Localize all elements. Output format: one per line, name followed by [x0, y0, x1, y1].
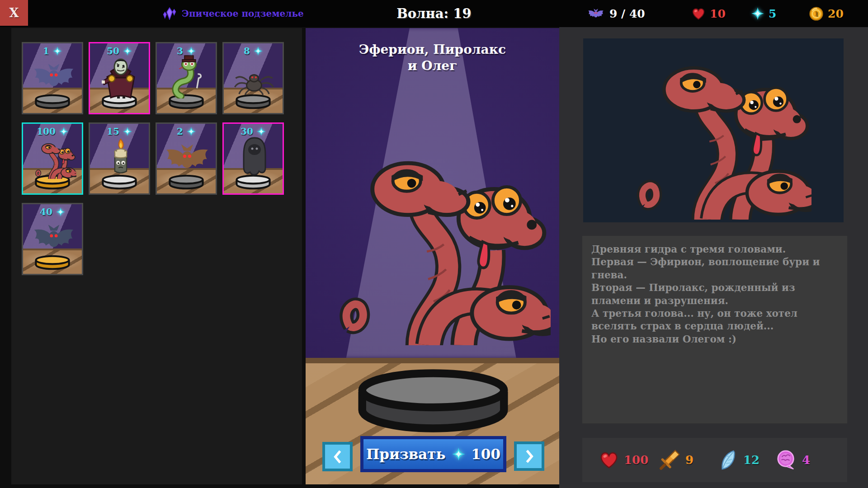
dungeon-name: Эпическое подземелье — [182, 8, 304, 19]
speed-value: 12 — [743, 453, 760, 467]
ghost-icon — [238, 136, 271, 178]
essence-sparkle-icon — [452, 447, 465, 461]
dark-bat-icon — [29, 222, 78, 252]
candle-icon — [108, 136, 133, 179]
sparkle-icon — [59, 127, 68, 136]
shop-card-dark-bat[interactable]: 40 — [22, 203, 83, 275]
summon-stage-panel: Эферион, Пиролакс и Олег Призвать 100 — [306, 28, 559, 484]
lives-count: 10 — [710, 7, 726, 20]
stage-backdrop: Эферион, Пиролакс и Олег — [306, 28, 559, 358]
shop-card-purple-bat[interactable]: 1 — [22, 42, 83, 114]
attack-stat: 9 — [659, 438, 693, 482]
sparkle-icon — [257, 127, 266, 136]
enemy-counter: 9 / 40 — [609, 7, 645, 20]
essence-counter-group: 5 — [751, 0, 776, 27]
sparkle-icon — [187, 127, 196, 136]
epic-gems-icon — [162, 7, 177, 20]
heart-icon — [599, 451, 618, 469]
monster-stats-bar: 100 9 12 4 — [582, 438, 847, 482]
sparkle-icon — [56, 207, 65, 216]
card-cost: 15 — [90, 126, 149, 137]
shop-card-candle[interactable]: 15 — [89, 122, 150, 195]
chevron-left-icon — [330, 447, 345, 466]
feather-icon — [719, 450, 738, 470]
card-cost: 2 — [157, 126, 216, 137]
top-bar: X Эпическое подземелье Волна: 19 9 / 40 … — [0, 0, 868, 27]
hydra-icon — [30, 137, 76, 179]
intellect-stat: 4 — [776, 438, 810, 482]
stone-pedestal — [234, 94, 272, 109]
gold-count: 20 — [828, 7, 844, 20]
enemy-bat-icon — [587, 7, 605, 20]
health-value: 100 — [624, 453, 648, 467]
prev-monster-button[interactable] — [322, 442, 353, 471]
next-monster-button[interactable] — [514, 441, 544, 471]
enemy-counter-group: 9 / 40 — [587, 0, 645, 27]
card-cost: 40 — [23, 206, 82, 217]
summon-cost: 100 — [471, 446, 500, 462]
lives-counter-group: 10 — [692, 0, 726, 27]
summon-button[interactable]: Призвать 100 — [360, 436, 506, 472]
shop-card-brown-bat[interactable]: 2 — [156, 122, 217, 195]
attack-value: 9 — [685, 453, 693, 467]
intellect-value: 4 — [802, 453, 810, 467]
speed-stat: 12 — [719, 438, 760, 482]
summon-label: Призвать — [366, 446, 446, 462]
coin-icon — [809, 7, 823, 21]
game-screen: X Эпическое подземелье Волна: 19 9 / 40 … — [0, 0, 868, 488]
sparkle-icon — [187, 47, 196, 56]
sparkle-icon — [53, 47, 62, 56]
spider-icon — [233, 67, 275, 95]
close-button[interactable]: X — [0, 0, 28, 26]
card-cost: 50 — [90, 46, 149, 56]
monster-portrait — [583, 38, 844, 222]
essence-sparkle-icon — [751, 7, 764, 20]
monster-name-title: Эферион, Пиролакс и Олег — [356, 42, 509, 75]
card-cost: 1 — [23, 46, 82, 56]
card-cost: 30 — [224, 126, 283, 137]
monster-details-panel: Древняя гидра с тремя головами. Первая —… — [559, 27, 868, 488]
vampire-icon — [102, 58, 140, 99]
heart-icon — [692, 7, 705, 20]
card-cost: 8 — [224, 46, 283, 56]
shop-card-ghost[interactable]: 30 — [222, 122, 284, 195]
brain-icon — [776, 450, 797, 470]
monster-description: Древняя гидра с тремя головами. Первая —… — [582, 236, 847, 423]
shop-card-vampire[interactable]: 50 — [89, 42, 150, 114]
shop-card-hydra[interactable]: 100 — [22, 122, 83, 195]
shop-card-spider[interactable]: 8 — [222, 42, 284, 114]
stone-pedestal — [33, 94, 71, 109]
essence-count: 5 — [769, 7, 776, 20]
shop-card-snake[interactable]: 3 — [156, 42, 217, 114]
chevron-right-icon — [522, 447, 537, 466]
snake-icon — [170, 55, 206, 99]
hydra-portrait-illustration — [617, 41, 811, 220]
brown-bat-icon — [161, 142, 213, 174]
wave-counter: Волна: 19 — [0, 0, 868, 27]
dagger-icon — [659, 450, 680, 470]
gold-pedestal — [33, 255, 71, 270]
gold-counter-group: 20 — [809, 0, 844, 27]
stone-pedestal — [167, 174, 205, 190]
health-stat: 100 — [599, 438, 648, 482]
sparkle-icon — [123, 47, 132, 56]
sparkle-icon — [123, 127, 132, 136]
hydra-illustration — [315, 131, 551, 345]
dungeon-label-group: Эпическое подземелье — [162, 0, 304, 27]
summon-pedestal — [352, 368, 514, 434]
monster-shop-panel: 1 50 — [11, 28, 302, 484]
sparkle-icon — [254, 47, 263, 56]
purple-bat-icon — [29, 61, 78, 91]
card-cost: 3 — [157, 46, 216, 56]
card-cost: 100 — [23, 126, 82, 137]
